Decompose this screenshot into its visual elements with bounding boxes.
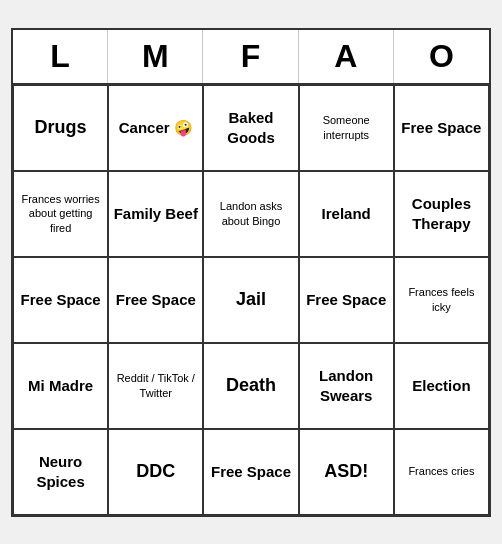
bingo-card: L M F A O DrugsCancer 🤪Baked GoodsSomeon… (11, 28, 491, 517)
bingo-cell-1[interactable]: Cancer 🤪 (108, 85, 203, 171)
bingo-cell-22[interactable]: Free Space (203, 429, 298, 515)
bingo-cell-17[interactable]: Death (203, 343, 298, 429)
header-m: M (108, 30, 203, 83)
bingo-cell-0[interactable]: Drugs (13, 85, 108, 171)
bingo-grid: DrugsCancer 🤪Baked GoodsSomeone interrup… (13, 85, 489, 515)
bingo-cell-12[interactable]: Jail (203, 257, 298, 343)
bingo-cell-5[interactable]: Frances worries about getting fired (13, 171, 108, 257)
bingo-cell-23[interactable]: ASD! (299, 429, 394, 515)
bingo-cell-18[interactable]: Landon Swears (299, 343, 394, 429)
bingo-header: L M F A O (13, 30, 489, 85)
bingo-cell-8[interactable]: Ireland (299, 171, 394, 257)
bingo-cell-7[interactable]: Landon asks about Bingo (203, 171, 298, 257)
bingo-cell-21[interactable]: DDC (108, 429, 203, 515)
bingo-cell-15[interactable]: Mi Madre (13, 343, 108, 429)
bingo-cell-3[interactable]: Someone interrupts (299, 85, 394, 171)
bingo-cell-6[interactable]: Family Beef (108, 171, 203, 257)
bingo-cell-13[interactable]: Free Space (299, 257, 394, 343)
bingo-cell-20[interactable]: Neuro Spices (13, 429, 108, 515)
bingo-cell-19[interactable]: Election (394, 343, 489, 429)
header-f: F (203, 30, 298, 83)
bingo-cell-9[interactable]: Couples Therapy (394, 171, 489, 257)
bingo-cell-11[interactable]: Free Space (108, 257, 203, 343)
header-a: A (299, 30, 394, 83)
header-o: O (394, 30, 489, 83)
bingo-cell-2[interactable]: Baked Goods (203, 85, 298, 171)
header-l: L (13, 30, 108, 83)
bingo-cell-10[interactable]: Free Space (13, 257, 108, 343)
bingo-cell-16[interactable]: Reddit / TikTok / Twitter (108, 343, 203, 429)
bingo-cell-4[interactable]: Free Space (394, 85, 489, 171)
bingo-cell-24[interactable]: Frances cries (394, 429, 489, 515)
bingo-cell-14[interactable]: Frances feels icky (394, 257, 489, 343)
